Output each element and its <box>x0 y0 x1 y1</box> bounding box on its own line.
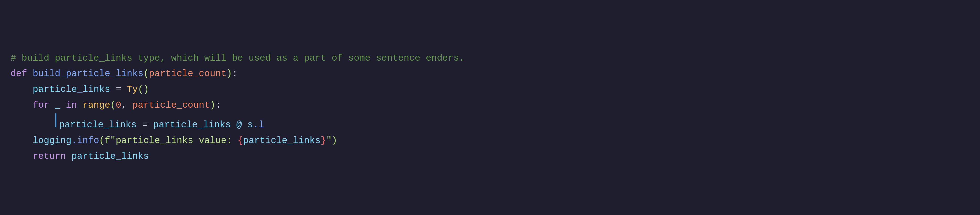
attr-info: .info <box>71 133 99 149</box>
range-paren-close: ) <box>210 98 215 113</box>
for-colon: : <box>215 98 221 113</box>
var-particle-links-1: particle_links <box>32 82 110 98</box>
keyword-in: in <box>66 98 77 113</box>
code-line-3: particle_links = Ty() <box>11 82 969 98</box>
comma-space: , <box>121 98 132 113</box>
code-line-5: particle_links = particle_links @ s.l <box>11 113 969 133</box>
var-return-particle-links: particle_links <box>71 149 149 165</box>
param-particle-count: particle_count <box>149 66 227 82</box>
range-paren-open: ( <box>110 98 116 113</box>
comment-text: build particle_links type, which will be… <box>22 51 465 67</box>
keyword-for: for <box>32 98 49 113</box>
param-particle-count-ref: particle_count <box>132 98 210 113</box>
comment-hash: # <box>11 51 22 67</box>
code-line-7: return particle_links <box>11 149 969 165</box>
space-at-space <box>231 117 236 133</box>
space-eq-space: = <box>110 82 127 98</box>
var-s: s <box>247 117 253 133</box>
keyword-def: def <box>11 66 32 82</box>
fstring-end-quote: " <box>326 133 332 149</box>
code-editor: # build particle_links type, which will … <box>0 0 980 215</box>
space4 <box>242 117 247 133</box>
code-line-4: for _ in range(0, particle_count): <box>11 98 969 113</box>
builtin-range: range <box>83 98 110 113</box>
paren-open: ( <box>143 66 149 82</box>
var-logging: logging <box>32 133 71 149</box>
space3 <box>77 98 82 113</box>
fstring-brace-close: } <box>321 133 326 149</box>
space <box>49 98 55 113</box>
fstring-var: particle_links <box>243 133 321 149</box>
var-particle-links-right: particle_links <box>153 117 231 133</box>
info-paren-open: ( <box>99 133 105 149</box>
info-paren-close: ) <box>332 133 337 149</box>
fstring-prefix: f" <box>105 133 116 149</box>
space-eq: = <box>137 117 153 133</box>
var-particle-links-left: particle_links <box>59 117 137 133</box>
builtin-ty: Ty <box>127 82 138 98</box>
vertical-bar-indicator <box>55 113 56 127</box>
space2 <box>60 98 66 113</box>
number-zero: 0 <box>116 98 121 113</box>
operator-at: @ <box>236 117 242 133</box>
code-line-6: logging.info(f"particle_links value: {pa… <box>11 133 969 149</box>
var-underscore: _ <box>55 98 60 113</box>
colon: : <box>232 66 238 82</box>
code-line-2: def build_particle_links(particle_count)… <box>11 66 969 82</box>
code-line-1: # build particle_links type, which will … <box>11 51 969 67</box>
fstring-text: particle_links value: <box>116 133 238 149</box>
fstring-brace-open: { <box>238 133 243 149</box>
attr-l: .l <box>253 117 264 133</box>
keyword-return: return <box>32 149 66 165</box>
paren-close: ) <box>227 66 232 82</box>
ty-parens: () <box>138 82 149 98</box>
function-name: build_particle_links <box>32 66 143 82</box>
space5 <box>66 149 71 165</box>
